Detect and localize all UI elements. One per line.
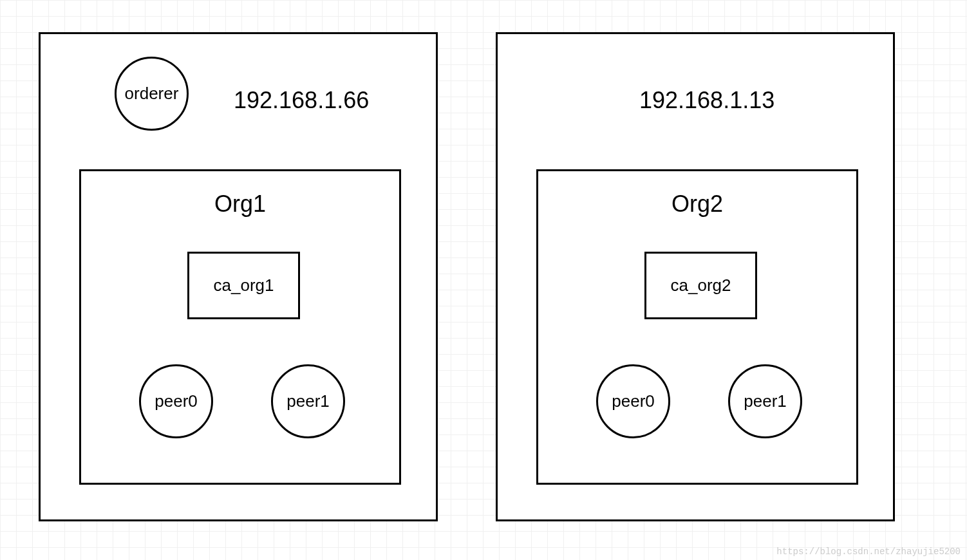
peer1-label-org2: peer1 (744, 391, 787, 411)
watermark: https://blog.csdn.net/zhayujie5200 (776, 546, 961, 557)
org-box-2: Org2 ca_org2 peer0 peer1 (536, 169, 858, 485)
peer0-label-org1: peer0 (155, 391, 198, 411)
host-box-1: orderer 192.168.1.66 Org1 ca_org1 peer0 … (39, 32, 438, 521)
peer1-org2: peer1 (728, 364, 802, 438)
org-box-1: Org1 ca_org1 peer0 peer1 (79, 169, 401, 485)
host-ip-1: 192.168.1.66 (234, 87, 369, 114)
ca-box-org2: ca_org2 (644, 252, 757, 319)
host-box-2: 192.168.1.13 Org2 ca_org2 peer0 peer1 (496, 32, 895, 521)
diagram-canvas: orderer 192.168.1.66 Org1 ca_org1 peer0 … (0, 0, 967, 560)
peer1-org1: peer1 (271, 364, 345, 438)
ca-label-org2: ca_org2 (671, 275, 731, 295)
peer0-label-org2: peer0 (612, 391, 655, 411)
org-name-1: Org1 (81, 191, 399, 218)
orderer-node: orderer (115, 57, 189, 131)
peer0-org1: peer0 (139, 364, 213, 438)
peer1-label-org1: peer1 (286, 391, 330, 411)
org-name-2: Org2 (538, 191, 856, 218)
host-ip-2: 192.168.1.13 (639, 87, 775, 114)
peer0-org2: peer0 (596, 364, 670, 438)
ca-label-org1: ca_org1 (214, 275, 274, 295)
orderer-label: orderer (125, 84, 179, 104)
ca-box-org1: ca_org1 (187, 252, 300, 319)
